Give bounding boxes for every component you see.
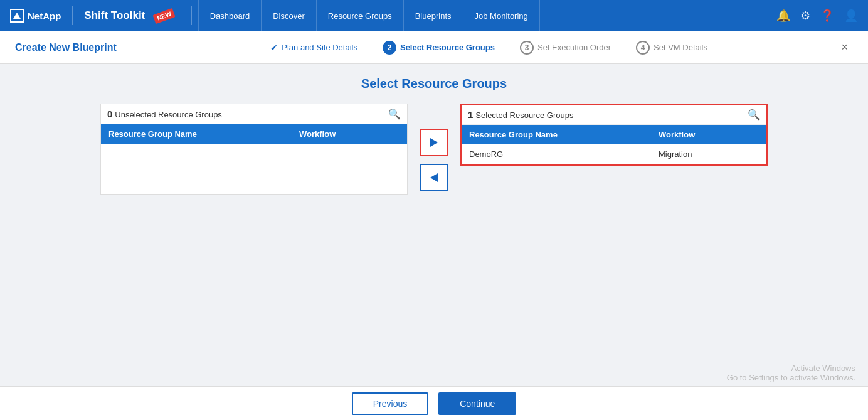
wizard-step-1: ✔ Plan and Site Details (258, 43, 370, 53)
transfer-buttons (408, 129, 460, 191)
selected-search-icon[interactable]: 🔍 (748, 109, 760, 121)
selected-col-name: Resource Group Name (469, 130, 659, 139)
step4-circle: 4 (636, 41, 650, 55)
tables-container: 0Unselected Resource Groups 🔍 Resource G… (25, 104, 843, 195)
selected-panel: 1Selected Resource Groups 🔍 Resource Gro… (460, 104, 768, 166)
selected-count-label: 1Selected Resource Groups (468, 109, 573, 120)
nav-resource-groups[interactable]: Resource Groups (317, 0, 404, 31)
table-row: DemoRG Migration (462, 144, 766, 164)
row-name-demorG: DemoRG (469, 149, 659, 159)
wizard-step-2: 2 Select Resource Groups (370, 41, 507, 55)
toolkit-label: Shift Toolkit (84, 9, 145, 22)
page-title: Select Resource Groups (25, 77, 843, 91)
step3-circle: 3 (520, 41, 534, 55)
wizard-steps: ✔ Plan and Site Details 2 Select Resourc… (142, 41, 837, 55)
nav-blueprints[interactable]: Blueprints (404, 0, 463, 31)
transfer-right-button[interactable] (420, 129, 448, 156)
netapp-logo: NetApp (10, 9, 61, 23)
user-icon[interactable]: 👤 (844, 9, 858, 23)
nav-job-monitoring[interactable]: Job Monitoring (463, 0, 540, 31)
wizard-step-3: 3 Set Execution Order (507, 41, 623, 55)
wizard-header: Create New Blueprint ✔ Plan and Site Det… (0, 31, 868, 64)
nav-dashboard[interactable]: Dashboard (198, 0, 262, 31)
unselected-rows-empty (101, 144, 407, 194)
netapp-logo-icon (10, 9, 24, 23)
wizard-title: Create New Blueprint (15, 42, 117, 53)
svg-marker-3 (430, 173, 438, 182)
brand-area: NetApp Shift Toolkit NEW (10, 6, 175, 25)
step2-circle: 2 (383, 41, 396, 55)
svg-marker-2 (430, 138, 438, 147)
selected-count-text: Selected Resource Groups (475, 110, 573, 120)
nav-links: Dashboard Discover Resource Groups Bluep… (198, 0, 776, 31)
unselected-search-icon[interactable]: 🔍 (388, 108, 401, 120)
nav-divider-2 (191, 6, 192, 25)
step2-label: Select Resource Groups (400, 43, 495, 52)
transfer-left-button[interactable] (420, 164, 448, 191)
wizard-close-button[interactable]: × (836, 38, 853, 57)
step1-check-icon: ✔ (270, 43, 278, 53)
continue-button[interactable]: Continue (438, 392, 516, 415)
step3-label: Set Execution Order (537, 43, 611, 52)
top-navigation: NetApp Shift Toolkit NEW Dashboard Disco… (0, 0, 868, 31)
row-workflow-demorG: Migration (659, 149, 759, 159)
unselected-panel-header: 0Unselected Resource Groups 🔍 (101, 104, 407, 124)
selected-table-header: Resource Group Name Workflow (462, 125, 766, 144)
unselected-table-header: Resource Group Name Workflow (101, 124, 407, 144)
unselected-count-label: 0Unselected Resource Groups (107, 109, 222, 119)
netapp-logo-text: NetApp (28, 11, 61, 21)
step4-label: Set VM Details (654, 43, 707, 52)
nav-divider-1 (72, 6, 73, 25)
unselected-count-text: Unselected Resource Groups (115, 110, 222, 119)
nav-discover[interactable]: Discover (262, 0, 317, 31)
footer: Previous Continue (0, 386, 868, 420)
main-content: Select Resource Groups 0Unselected Resou… (0, 64, 868, 386)
watermark-line2: Go to Settings to activate Windows. (727, 373, 855, 382)
selected-count-number: 1 (468, 109, 473, 120)
selected-panel-header: 1Selected Resource Groups 🔍 (462, 105, 766, 125)
unselected-panel: 0Unselected Resource Groups 🔍 Resource G… (100, 104, 408, 195)
wizard-step-4: 4 Set VM Details (623, 41, 720, 55)
help-icon[interactable]: ❓ (820, 9, 834, 23)
selected-col-workflow: Workflow (659, 130, 759, 139)
topnav-right: 🔔 ⚙ ❓ 👤 (776, 9, 858, 23)
notification-icon[interactable]: 🔔 (776, 9, 790, 23)
unselected-count-number: 0 (107, 109, 112, 119)
watermark: Activate Windows Go to Settings to activ… (727, 363, 855, 382)
watermark-line1: Activate Windows (727, 363, 855, 373)
previous-button[interactable]: Previous (352, 392, 428, 415)
toolkit-badge: NEW (153, 8, 176, 23)
unselected-col-workflow: Workflow (299, 129, 400, 139)
step1-label: Plan and Site Details (282, 43, 357, 52)
unselected-col-name: Resource Group Name (109, 129, 299, 139)
settings-icon[interactable]: ⚙ (800, 9, 810, 23)
